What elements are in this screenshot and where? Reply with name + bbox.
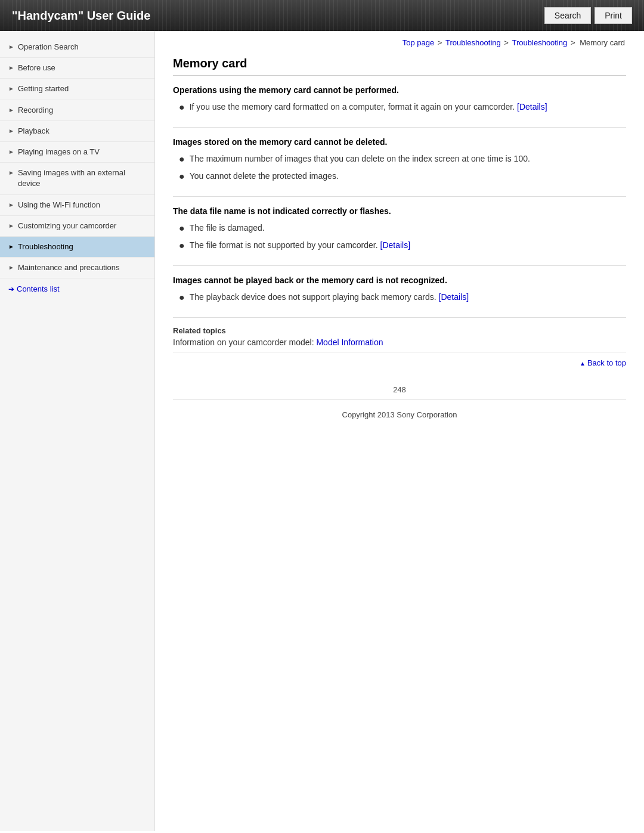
bullet-icon: ● xyxy=(179,101,185,114)
sidebar: ► Operation Search ► Before use ► Gettin… xyxy=(0,31,155,831)
section-operations: Operations using the memory card cannot … xyxy=(173,76,626,128)
arrow-right-icon: ➔ xyxy=(8,285,14,293)
bullet-list-3: ● The file is damaged. ● The file format… xyxy=(173,222,626,252)
header-buttons: Search Print xyxy=(544,7,632,24)
page-layout: ► Operation Search ► Before use ► Gettin… xyxy=(0,31,644,831)
sidebar-item-playing-images-tv[interactable]: ► Playing images on a TV xyxy=(0,142,154,163)
chevron-right-icon: ► xyxy=(8,148,14,156)
list-item: ● You cannot delete the protected images… xyxy=(179,170,626,183)
sidebar-item-label: Maintenance and precautions xyxy=(18,262,120,273)
search-button[interactable]: Search xyxy=(544,7,591,24)
sidebar-item-label: Using the Wi-Fi function xyxy=(18,200,100,210)
details-link-3[interactable]: [Details] xyxy=(380,240,411,250)
site-header: "Handycam" User Guide Search Print xyxy=(0,0,644,31)
chevron-right-icon: ► xyxy=(8,85,14,93)
sidebar-item-customizing[interactable]: ► Customizing your camcorder xyxy=(0,216,154,237)
chevron-right-icon: ► xyxy=(8,64,14,72)
sidebar-item-saving-images[interactable]: ► Saving images with an external device xyxy=(0,163,154,194)
bullet-icon: ● xyxy=(179,153,185,166)
sidebar-item-label: Recording xyxy=(18,105,53,116)
chevron-right-icon: ► xyxy=(8,201,14,209)
breadcrumb-sep3: > xyxy=(568,38,577,47)
chevron-right-icon: ► xyxy=(8,264,14,272)
breadcrumb-sep2: > xyxy=(502,38,511,47)
bullet-icon: ● xyxy=(179,170,185,183)
breadcrumb-troubleshooting1[interactable]: Troubleshooting xyxy=(445,38,501,47)
sidebar-item-label: Troubleshooting xyxy=(18,241,73,252)
sidebar-item-playback[interactable]: ► Playback xyxy=(0,121,154,142)
chevron-right-icon: ► xyxy=(8,169,14,177)
breadcrumb-current: Memory card xyxy=(580,38,625,47)
bullet-text-content: The file format is not supported by your… xyxy=(190,240,378,250)
copyright-text: Copyright 2013 Sony Corporation xyxy=(342,410,457,419)
sidebar-item-label: Getting started xyxy=(18,83,69,94)
back-to-top: ▲Back to top xyxy=(173,352,626,373)
bullet-text: If you use the memory card formatted on … xyxy=(190,101,547,113)
list-item: ● The file format is not supported by yo… xyxy=(179,239,626,252)
section-images-deleted: Images stored on the memory card cannot … xyxy=(173,128,626,197)
sidebar-item-troubleshooting[interactable]: ► Troubleshooting xyxy=(0,237,154,258)
section-playback: Images cannot be played back or the memo… xyxy=(173,266,626,318)
details-link-4[interactable]: [Details] xyxy=(439,292,469,302)
sidebar-item-operation-search[interactable]: ► Operation Search xyxy=(0,37,154,58)
sidebar-item-label: Customizing your camcorder xyxy=(18,221,116,231)
list-item: ● The maximum number of images that you … xyxy=(179,153,626,166)
section-heading-3: The data file name is not indicated corr… xyxy=(173,206,626,216)
bullet-list-2: ● The maximum number of images that you … xyxy=(173,153,626,183)
bullet-text-content: If you use the memory card formatted on … xyxy=(190,102,515,112)
details-link-1[interactable]: [Details] xyxy=(517,102,547,112)
breadcrumb: Top page > Troubleshooting > Troubleshoo… xyxy=(173,31,626,57)
bullet-icon: ● xyxy=(179,222,185,235)
bullet-list-1: ● If you use the memory card formatted o… xyxy=(173,101,626,114)
bullet-text: You cannot delete the protected images. xyxy=(190,170,339,182)
sidebar-item-label: Playback xyxy=(18,126,49,137)
contents-list-link[interactable]: ➔ Contents list xyxy=(0,278,154,299)
sidebar-item-label: Saving images with an external device xyxy=(18,168,146,189)
site-title: "Handycam" User Guide xyxy=(12,9,150,23)
related-topics-text: Information on your camcorder model: Mod… xyxy=(173,337,626,347)
bullet-text: The file format is not supported by your… xyxy=(190,239,410,252)
model-information-link[interactable]: Model Information xyxy=(316,337,383,347)
back-to-top-label: Back to top xyxy=(587,358,626,367)
bullet-text: The file is damaged. xyxy=(190,222,265,234)
section-heading-1: Operations using the memory card cannot … xyxy=(173,85,626,95)
sidebar-item-label: Operation Search xyxy=(18,42,79,52)
chevron-right-icon: ► xyxy=(8,106,14,114)
sidebar-item-recording[interactable]: ► Recording xyxy=(0,100,154,121)
chevron-right-icon: ► xyxy=(8,222,14,230)
section-heading-4: Images cannot be played back or the memo… xyxy=(173,275,626,285)
section-heading-2: Images stored on the memory card cannot … xyxy=(173,137,626,147)
bullet-icon: ● xyxy=(179,239,185,252)
related-topics: Related topics Information on your camco… xyxy=(173,318,626,352)
sidebar-item-before-use[interactable]: ► Before use xyxy=(0,58,154,79)
sidebar-item-label: Playing images on a TV xyxy=(18,147,100,157)
sidebar-item-getting-started[interactable]: ► Getting started xyxy=(0,79,154,100)
breadcrumb-sep1: > xyxy=(435,38,444,47)
bullet-icon: ● xyxy=(179,291,185,304)
footer: Copyright 2013 Sony Corporation xyxy=(173,399,626,425)
list-item: ● The file is damaged. xyxy=(179,222,626,235)
sidebar-item-maintenance[interactable]: ► Maintenance and precautions xyxy=(0,258,154,278)
list-item: ● If you use the memory card formatted o… xyxy=(179,101,626,114)
sidebar-item-label: Before use xyxy=(18,63,55,73)
sidebar-item-wifi[interactable]: ► Using the Wi-Fi function xyxy=(0,195,154,216)
chevron-right-icon: ► xyxy=(8,43,14,51)
chevron-right-icon: ► xyxy=(8,127,14,135)
list-item: ● The playback device does not support p… xyxy=(179,291,626,304)
triangle-up-icon: ▲ xyxy=(580,360,586,367)
page-title: Memory card xyxy=(173,57,626,76)
page-number: 248 xyxy=(173,373,626,399)
print-button[interactable]: Print xyxy=(595,7,632,24)
section-filename: The data file name is not indicated corr… xyxy=(173,197,626,266)
bullet-text-content: The playback device does not support pla… xyxy=(190,292,436,302)
related-topics-prefix: Information on your camcorder model: xyxy=(173,337,314,347)
chevron-right-icon: ► xyxy=(8,243,14,251)
breadcrumb-troubleshooting2[interactable]: Troubleshooting xyxy=(512,38,568,47)
related-topics-title: Related topics xyxy=(173,326,626,335)
bullet-list-4: ● The playback device does not support p… xyxy=(173,291,626,304)
back-to-top-link[interactable]: ▲Back to top xyxy=(580,358,626,367)
breadcrumb-top-page[interactable]: Top page xyxy=(402,38,435,47)
contents-list-label: Contents list xyxy=(17,284,60,293)
main-content: Top page > Troubleshooting > Troubleshoo… xyxy=(155,31,644,831)
bullet-text: The maximum number of images that you ca… xyxy=(190,153,530,165)
